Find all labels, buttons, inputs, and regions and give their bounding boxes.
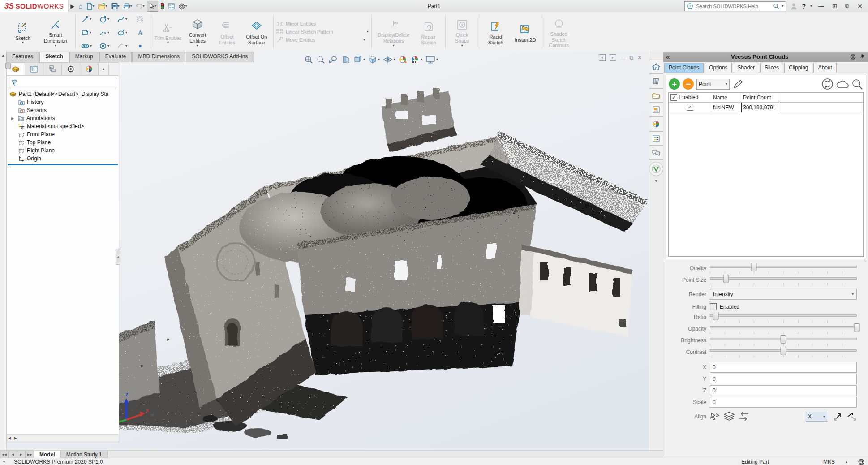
undo-button[interactable]: ▾ [134,1,146,11]
edit-appearance-button[interactable] [399,55,408,64]
arc-tool[interactable]: ▾ [96,29,112,36]
point-cloud-row[interactable]: ✓ fusiNEW 300,193,979 [669,103,863,112]
view-palette-icon[interactable] [649,103,663,117]
tab-display-manager[interactable] [80,63,99,75]
next-sheet-button[interactable]: ▶ [17,451,26,458]
model-tab[interactable]: Model [34,451,61,458]
tab-mbd-dimensions[interactable]: MBD Dimensions [132,52,185,62]
tab-features[interactable]: Features [6,52,39,62]
shaded-sketch-contours-button[interactable]: Shaded Sketch Contours [545,15,573,48]
tab-property-manager[interactable] [25,63,43,75]
interference-check-icon[interactable] [159,1,166,11]
prev-sheet-button[interactable]: ◀ [9,451,17,458]
settings-gear-button[interactable]: ▾ [177,1,189,11]
open-caret-icon[interactable]: ▾ [106,4,107,8]
custom-properties-icon[interactable] [649,131,663,146]
quick-snaps-button[interactable]: Quick Snaps ▾ [448,16,476,47]
settings-caret-icon[interactable]: ▾ [185,4,187,8]
offset-entities-button[interactable]: Offset Entities [213,18,241,45]
align-layers-icon[interactable] [723,411,735,422]
ratio-slider[interactable] [710,312,857,323]
rollback-bar[interactable] [8,164,118,165]
tab-configuration-manager[interactable] [43,63,62,75]
globe-icon[interactable] [858,459,864,465]
veesus-tab-slices[interactable]: Slices [760,63,783,73]
convert-entities-button[interactable]: Convert Entities ▾ [184,16,211,47]
zoom-to-fit-button[interactable] [304,55,313,64]
scroll-right-icon[interactable]: ▶ [13,436,18,440]
veesus-tab-shader[interactable]: Shader [733,63,759,73]
window-resize-button[interactable]: ⊞ [830,3,839,9]
select-caret-icon[interactable]: ▾ [155,4,156,8]
design-library-icon[interactable] [649,74,663,88]
tree-item-front-plane[interactable]: Front Plane [7,130,119,138]
status-expand-icon[interactable]: ▼ [2,460,6,464]
scale-input[interactable] [710,397,857,408]
save-caret-icon[interactable]: ▾ [118,4,120,8]
point-size-slider[interactable] [710,275,857,285]
tree-horizontal-scrollbar[interactable]: ◀ ▶ [7,434,119,442]
col-name[interactable]: Name [711,93,741,103]
cloud-icon[interactable] [836,79,849,89]
help-search-box[interactable]: ? ▾ [684,1,786,11]
panel-pin-icon[interactable] [860,54,866,60]
panel-splitter-handle[interactable]: ◂ [116,249,120,265]
appearances-scenes-icon[interactable] [649,117,663,131]
search-input[interactable] [695,3,771,9]
tree-item-history[interactable]: History [7,98,119,106]
view-settings-button[interactable]: ▾ [425,55,438,64]
tab-sketch[interactable]: Sketch [39,52,69,62]
sketch-button[interactable]: Sketch ▾ [9,19,37,45]
rectangle-tool[interactable]: ▾ [78,29,95,36]
row-enabled-checkbox[interactable]: ✓ [687,104,693,111]
align-pick-icon[interactable] [710,411,721,422]
featuremanager-tabs-overflow[interactable]: › [99,63,109,75]
print-button[interactable]: ▾ [122,1,133,11]
align-swap-icon[interactable] [738,412,750,422]
fillet-tool[interactable]: ▾ [114,43,130,50]
mirror-entities-button[interactable]: Mirror Entities [276,21,369,27]
text-tool[interactable]: A [132,29,148,36]
view-orientation-caret-icon[interactable]: ▾ [363,58,365,61]
options-list-icon[interactable] [167,1,176,11]
tree-root-part[interactable]: Part1 (Default<<Default>_Display Sta [7,90,119,98]
home-button[interactable]: ⌂ [77,1,84,11]
veesus-tab-point-clouds[interactable]: Point Clouds [664,63,704,73]
y-input[interactable] [710,374,857,384]
help-caret-icon[interactable]: ▾ [810,4,812,8]
col-point-count[interactable]: Point Count [741,93,779,103]
repair-sketch-button[interactable]: Repair Sketch [415,18,443,45]
motion-study-tab[interactable]: Motion Study 1 [61,451,108,458]
spline-tool[interactable]: ▾ [114,16,130,23]
window-close-button[interactable]: ✕ [855,3,864,10]
units-caret-icon[interactable]: ▲ [845,460,848,464]
save-button[interactable]: ▾ [110,1,121,11]
login-user-icon[interactable] [791,3,797,10]
forum-icon[interactable] [649,146,663,160]
tree-item-origin[interactable]: Origin [7,155,119,163]
circle-tool[interactable]: ▾ [96,16,112,23]
tab-evaluate[interactable]: Evaluate [99,52,132,62]
view-settings-caret-icon[interactable]: ▾ [436,58,438,61]
taskpane-chevron-down-icon[interactable]: ▼ [654,179,658,183]
left-scroll-strip[interactable]: ▲ [0,52,7,452]
resources-home-icon[interactable] [649,60,663,74]
rapid-sketch-button[interactable]: Rapid Sketch [482,18,510,45]
tree-filter-box[interactable] [9,78,116,88]
units-selector[interactable]: MKS [823,459,835,465]
scroll-left-icon[interactable]: ◀ [7,436,13,440]
panel-collapse-icon[interactable]: « [666,53,670,60]
edit-pencil-icon[interactable] [732,79,743,90]
tile-right-icon[interactable]: ▸ [610,54,616,61]
opacity-slider[interactable] [710,323,857,334]
tab-solidworks-add-ins[interactable]: SOLIDWORKS Add-Ins [186,52,254,62]
render-dropdown[interactable]: Intensity ▾ [710,289,857,300]
enabled-all-checkbox[interactable]: ✓ [670,94,677,101]
tree-item-top-plane[interactable]: Top Plane [7,138,119,146]
scrollbar-thumb[interactable] [5,63,11,69]
line-tool[interactable]: ▾ [78,16,95,23]
filling-checkbox[interactable]: ✓ [710,303,717,310]
view-orientation-button[interactable]: ▾ [353,55,365,64]
display-delete-relations-button[interactable]: Display/Delete Relations ▾ [374,16,413,47]
point-tool[interactable] [132,43,148,50]
